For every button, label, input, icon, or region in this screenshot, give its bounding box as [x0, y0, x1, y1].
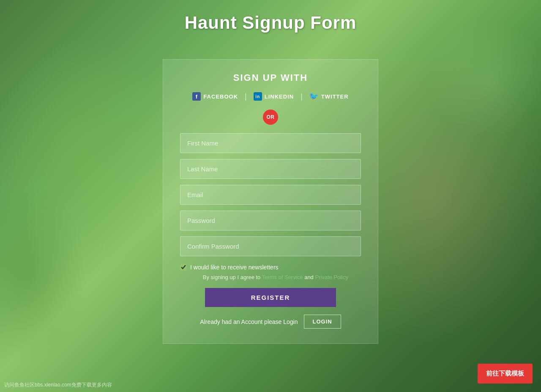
register-button[interactable]: REGISTER	[205, 288, 336, 307]
download-template-button[interactable]: 前往下载模板	[478, 364, 533, 384]
social-row: f FACEBOOK | in LINKEDIN | 🐦 TWITTER	[180, 92, 361, 101]
form-card: SIGN UP WITH f FACEBOOK | in LINKEDIN | …	[163, 59, 378, 344]
tos-prefix: By signing up I agree to	[203, 274, 262, 280]
terms-of-service-link[interactable]: Terms of Service	[262, 274, 303, 280]
login-button[interactable]: LOGIN	[304, 315, 341, 329]
last-name-input[interactable]	[180, 159, 361, 179]
newsletter-checkbox[interactable]	[180, 264, 187, 271]
tos-text: By signing up I agree to Terms of Servic…	[180, 274, 361, 280]
twitter-icon: 🐦	[309, 92, 319, 101]
or-badge: OR	[263, 110, 278, 125]
sign-up-with-heading: SIGN UP WITH	[180, 72, 361, 83]
twitter-label: TWITTER	[321, 93, 349, 100]
divider-1: |	[244, 92, 248, 101]
facebook-icon: f	[192, 92, 201, 101]
linkedin-button[interactable]: in LINKEDIN	[248, 92, 300, 101]
divider-2: |	[300, 92, 303, 101]
page-title: Haunt Signup Form	[0, 13, 541, 33]
newsletter-checkbox-row: I would like to receive newsletters	[180, 264, 361, 271]
privacy-policy-link[interactable]: Private Policy	[315, 274, 348, 280]
facebook-label: FACEBOOK	[203, 93, 238, 100]
already-account-text: Already had an Account please Login	[200, 318, 298, 325]
confirm-password-input[interactable]	[180, 236, 361, 256]
password-input[interactable]	[180, 211, 361, 230]
login-row: Already had an Account please Login LOGI…	[180, 315, 361, 329]
or-divider: OR	[180, 110, 361, 125]
newsletter-label[interactable]: I would like to receive newsletters	[190, 264, 279, 271]
twitter-button[interactable]: 🐦 TWITTER	[303, 92, 355, 101]
tos-middle: and	[303, 274, 315, 280]
email-input[interactable]	[180, 185, 361, 205]
facebook-button[interactable]: f FACEBOOK	[186, 92, 244, 101]
linkedin-icon: in	[254, 92, 262, 101]
watermark-text: 访问鱼鱼社区bbs.xlenlao.com免费下载更多内容	[4, 381, 112, 389]
first-name-input[interactable]	[180, 133, 361, 153]
linkedin-label: LINKEDIN	[265, 93, 294, 100]
